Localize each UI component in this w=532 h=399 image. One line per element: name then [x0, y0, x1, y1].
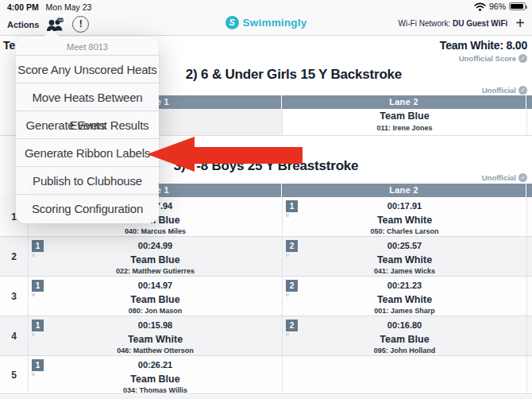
wifi-network-label: Wi-Fi Network: DU Guest WiFi — [399, 19, 508, 28]
row-sliver — [526, 277, 532, 316]
heat-row-4: 4 1 00:15.98 Team White 046: Matthew Ott… — [0, 316, 532, 356]
lane-1-result-cell[interactable]: 1 00:15.98 Team White 046: Matthew Otter… — [28, 316, 282, 355]
team-name: Team Blue — [29, 374, 282, 385]
swimmer-name: 040: Marcus Miles — [29, 227, 282, 235]
swimmer-name: 001: James Sharp — [283, 307, 526, 315]
swimmer-name: 095: John Holland — [283, 347, 526, 354]
event-2-lane-2-header: Lane 2 — [282, 95, 526, 109]
swimmer-name: 050: Charles Larson — [283, 227, 526, 235]
team-name: Team Blue — [29, 254, 282, 265]
lane-2-result-cell[interactable]: 2 00:25.57 Team White 041: James Wicks — [282, 237, 526, 276]
row-sliver — [526, 356, 532, 393]
heat-number: 2 — [0, 237, 28, 276]
status-bar: 4:00 PM Mon May 23 96% — [0, 0, 532, 13]
swimmer-name: 041: James Wicks — [283, 267, 526, 275]
wifi-icon — [474, 2, 486, 11]
lane-1-result-cell[interactable]: 1 00:24.99 Team Blue 022: Matthew Gutier… — [28, 237, 282, 276]
heat-number: 3 — [0, 277, 28, 316]
lane-1-result-cell[interactable]: 1 00:14.97 Team Blue 080: Jon Mason — [28, 277, 282, 316]
result-time: 00:15.98 — [29, 320, 282, 330]
status-right: 96% — [474, 2, 526, 11]
row-sliver — [526, 109, 532, 135]
check-icon[interactable]: ✓ — [519, 86, 527, 95]
heat-row-3: 3 1 00:14.97 Team Blue 080: Jon Mason 2 … — [0, 277, 532, 316]
status-date: Mon May 23 — [46, 2, 92, 12]
result-time: 00:17.91 — [283, 201, 526, 211]
menu-item-move-heats[interactable]: Move Heats Between Events — [16, 83, 159, 111]
event-3-status: Unofficial ✓ — [482, 173, 527, 182]
swimmer-name: 046: Matthew Otterson — [29, 347, 282, 354]
toolbar: Actions ! S Swimmingly Wi-Fi Network: DU… — [0, 13, 532, 36]
menu-item-publish-to-clubhouse[interactable]: Publish to Clubhouse — [16, 167, 159, 195]
result-time: 00:16.80 — [283, 320, 526, 330]
status-time: 4:00 PM — [7, 2, 39, 12]
menu-item-generate-ribbon-labels[interactable]: Generate Ribbon Labels — [16, 139, 159, 167]
team-name: Team White — [283, 294, 526, 305]
row-sliver — [526, 316, 532, 355]
event-2-status: Unofficial ✓ — [482, 86, 527, 95]
team-name: Team White — [283, 215, 526, 226]
brand-name: Swimmingly — [243, 17, 307, 29]
app-screen: 4:00 PM Mon May 23 96% Actions — [0, 0, 532, 399]
result-time: 00:14.97 — [29, 281, 282, 290]
team-white-score: Team White: 8.00 — [440, 39, 527, 52]
unofficial-score-label: Unofficial Score — [459, 54, 516, 63]
heat-number: 4 — [0, 316, 28, 355]
event-3-lane-2-header: Lane 2 — [282, 184, 526, 197]
lane-2-result-cell[interactable]: 2 00:21.23 Team White 001: James Sharp — [282, 277, 526, 316]
menu-item-score-unscored-heats[interactable]: Score Any Unscored Heats — [16, 56, 159, 83]
event-2-lane-2-cell[interactable]: Team Blue 011: Irene Jones — [282, 109, 526, 135]
heat-row-5: 5 1 00:26.21 Team Blue 034: Thomas Willi… — [0, 356, 532, 394]
toolbar-right: Wi-Fi Network: DU Guest WiFi + — [399, 16, 525, 30]
team-name: Team Blue — [29, 294, 282, 305]
swimmer-name: 011: Irene Jones — [283, 124, 526, 132]
swimmer-name: 080: Jon Mason — [29, 307, 282, 315]
result-time: 00:25.57 — [283, 241, 526, 250]
row-sliver — [526, 237, 532, 276]
swimmer-name: 022: Matthew Gutierres — [29, 267, 282, 275]
result-time: 00:26.21 — [29, 360, 282, 370]
wifi-network-prefix: Wi-Fi Network: — [399, 19, 451, 28]
team-name: Team Blue — [283, 110, 526, 122]
heat-row-2: 2 1 00:24.99 Team Blue 022: Matthew Guti… — [0, 237, 532, 277]
popover-caret — [43, 29, 60, 37]
event-3-header-sliver — [526, 184, 532, 197]
result-time: 00:24.99 — [29, 241, 282, 250]
add-button[interactable]: + — [515, 16, 525, 30]
check-icon[interactable]: ✓ — [519, 173, 527, 182]
top-bar: 4:00 PM Mon May 23 96% Actions — [0, 0, 532, 36]
event-3-status-label: Unofficial — [482, 173, 516, 182]
swimmer-name: 034: Thomas Willis — [29, 386, 282, 394]
actions-popover-menu: Meet 8013 Score Any Unscored Heats Move … — [16, 37, 159, 223]
check-icon[interactable]: ✓ — [519, 54, 527, 63]
wifi-network-value: DU Guest WiFi — [453, 19, 507, 28]
swimmingly-logo-icon: S — [226, 16, 239, 29]
lane-1-result-cell[interactable]: 1 00:26.21 Team Blue 034: Thomas Willis — [28, 356, 282, 393]
team-name: Team White — [283, 254, 526, 265]
unofficial-score-row: Unofficial Score ✓ — [440, 54, 527, 63]
team-name: Team White — [29, 334, 282, 345]
next-row-sliver — [0, 395, 532, 399]
lane-2-result-cell[interactable]: 2 00:16.80 Team Blue 095: John Holland — [282, 316, 526, 355]
status-time-date: 4:00 PM Mon May 23 — [7, 2, 91, 12]
menu-item-scoring-configuration[interactable]: Scoring Configuration — [16, 195, 159, 223]
lane-2-result-cell[interactable]: 1 00:17.91 Team White 050: Charles Larso… — [282, 197, 526, 236]
battery-percent: 96% — [489, 2, 506, 11]
lane-2-result-cell[interactable] — [282, 356, 526, 393]
menu-item-generate-event-results[interactable]: Generate Event Results — [16, 111, 159, 139]
team-name: Team Blue — [283, 334, 526, 345]
score-header-right: Team White: 8.00 Unofficial Score ✓ — [440, 39, 527, 63]
row-sliver — [526, 197, 532, 236]
event-2-status-label: Unofficial — [482, 86, 516, 95]
event-2-header-sliver — [526, 95, 532, 109]
battery-icon — [509, 2, 526, 10]
result-time: 00:21.23 — [283, 281, 526, 290]
heat-number: 5 — [0, 356, 28, 393]
popover-title: Meet 8013 — [16, 37, 159, 56]
team-blue-score-partial: Te — [3, 39, 15, 52]
